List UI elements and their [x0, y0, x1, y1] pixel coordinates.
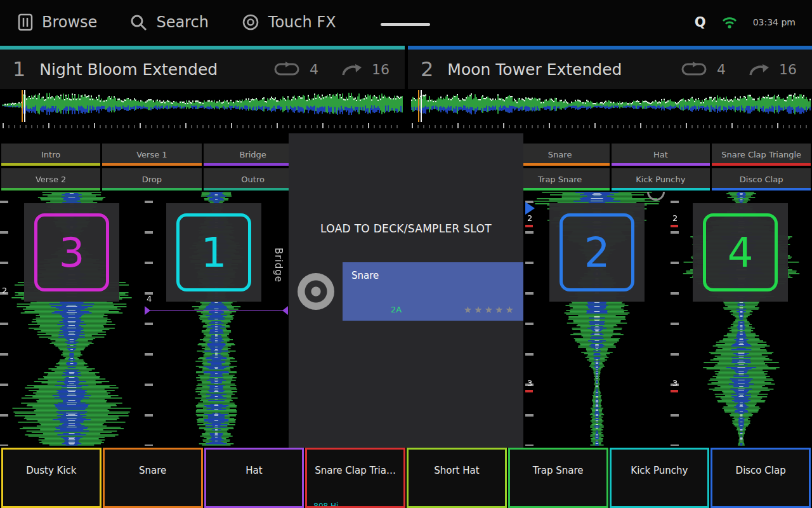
cue-pad-kick-punchy[interactable]: Kick Punchy: [612, 168, 710, 190]
touch-fx-button[interactable]: Touch FX: [242, 13, 336, 31]
search-button[interactable]: Search: [130, 13, 208, 31]
track-name: Snare: [351, 270, 379, 281]
search-label: Search: [156, 13, 208, 31]
cue-color-bar: [612, 188, 710, 190]
cue-tick: [671, 225, 678, 227]
pad-label: Dusty Kick: [3, 465, 100, 476]
cue-color-bar: [511, 163, 610, 166]
cue-label: Snare Clap Triangle: [721, 150, 801, 159]
sampler-pad-snare-clap[interactable]: Snare Clap Tria… 808 Hi…: [305, 448, 405, 508]
pulldown-handle[interactable]: [381, 23, 430, 26]
cue-pad-bridge[interactable]: Bridge: [204, 144, 303, 166]
search-icon: [130, 14, 147, 31]
cue-pad-drop[interactable]: Drop: [102, 168, 201, 190]
deck1-loop-control[interactable]: 4: [273, 62, 318, 77]
sampler-pad-short-hat[interactable]: Short Hat: [407, 448, 507, 508]
cue-color-bar: [1, 188, 100, 190]
load-target-deck4[interactable]: 4: [693, 203, 788, 302]
beat-jump-icon: [747, 61, 770, 77]
load-target-deck1[interactable]: 1: [166, 203, 261, 302]
beat-marker-number: 2: [527, 213, 532, 223]
cue-label: Intro: [41, 150, 60, 159]
play-marker-icon: [525, 202, 535, 215]
load-target-deck2[interactable]: 2: [549, 203, 645, 302]
deck1-playhead: [24, 90, 25, 122]
cue-color-bar: [712, 188, 811, 190]
cue-pad-verse1[interactable]: Verse 1: [102, 144, 201, 166]
quantize-button[interactable]: Q: [695, 15, 706, 30]
deck2-beatjump-control[interactable]: 16: [747, 61, 797, 77]
load-target-deck3[interactable]: 3: [24, 203, 119, 302]
deck1-beatjump-control[interactable]: 16: [340, 61, 390, 77]
cue-color-bar: [511, 188, 610, 190]
cue-pad-intro[interactable]: Intro: [1, 144, 100, 166]
sampler-pad-disco-clap[interactable]: Disco Clap: [710, 448, 811, 508]
sampler-pad-hat[interactable]: Hat: [204, 448, 304, 508]
top-bar: Browse Search Touch FX Q 03:34 pm: [0, 0, 812, 44]
deck2-jump-value: 16: [779, 62, 797, 77]
deck2-cue-marker: [418, 90, 419, 122]
cue-label: Verse 1: [136, 150, 167, 159]
cue-tick: [525, 390, 533, 392]
cue-pad-disco-clap[interactable]: Disco Clap: [712, 168, 811, 190]
deck2-header: 2 Moon Tower Extended 4 16: [408, 50, 812, 89]
browse-button[interactable]: Browse: [18, 13, 97, 31]
status-cluster: Q 03:34 pm: [695, 0, 796, 44]
cue-pad-verse2[interactable]: Verse 2: [1, 168, 100, 190]
track-key: 2A: [391, 305, 402, 314]
touch-fx-label: Touch FX: [268, 13, 336, 31]
cue-pad-hat[interactable]: Hat: [612, 144, 710, 166]
loop-icon: [680, 62, 708, 77]
pad-label: Short Hat: [409, 465, 505, 476]
sampler-pad-kick-punchy[interactable]: Kick Punchy: [610, 448, 710, 508]
beat-jump-icon: [340, 61, 363, 77]
cue-color-bar: [102, 188, 201, 190]
sampler-pad-trap-snare[interactable]: Trap Snare: [508, 448, 608, 508]
beat-marker-number: 3: [527, 378, 532, 388]
cue-pad-outro[interactable]: Outro: [204, 168, 303, 190]
deck1-overview-waveform[interactable]: [0, 89, 405, 133]
deck2-overview-waveform[interactable]: [409, 89, 812, 133]
cue-color-bar: [102, 163, 201, 166]
engine-dj-screen: Browse Search Touch FX Q 03:34 pm: [0, 0, 812, 508]
phrase-name-label: Bridge: [273, 248, 284, 283]
cue-pad-trap-snare[interactable]: Trap Snare: [511, 168, 610, 190]
beat-marker-number: 2: [672, 213, 678, 223]
pad-label: Trap Snare: [510, 465, 606, 476]
cue-pad-snare[interactable]: Snare: [511, 144, 610, 166]
cue-color-bar: [612, 163, 710, 166]
cue-color-bar: [204, 163, 303, 166]
sampler-pad-snare[interactable]: Snare: [103, 448, 203, 508]
beat-marker-number: 4: [147, 294, 152, 304]
cue-pad-snare-clap[interactable]: Snare Clap Triangle: [712, 144, 811, 166]
deck1-track-title: Night Bloom Extended: [39, 60, 273, 79]
sampler-pad-dusty-kick[interactable]: Dusty Kick: [1, 448, 102, 508]
phrase-marker-arrow-left: [145, 306, 150, 315]
wifi-icon[interactable]: [721, 16, 738, 29]
pad-label: Snare: [105, 465, 201, 476]
deck2-loop-control[interactable]: 4: [680, 62, 726, 77]
deck1-jump-value: 16: [372, 62, 390, 77]
selected-track-row[interactable]: Snare 2A ★★★★★: [289, 262, 523, 321]
cue-label: Verse 2: [36, 175, 66, 184]
phrase-marker-line: [145, 310, 288, 311]
deck2-playhead: [421, 90, 422, 122]
deck1-header: 1 Night Bloom Extended 4 16: [0, 50, 405, 89]
deck1-cue-marker: [22, 90, 23, 122]
deck2-overview-canvas: [409, 89, 812, 133]
pad-label: Disco Clap: [712, 465, 809, 476]
track-rating-stars: ★★★★★: [464, 304, 516, 316]
deck-tile-frame: [34, 213, 109, 291]
cue-label: Disco Clap: [740, 175, 783, 184]
deck2-loop-value: 4: [717, 62, 726, 77]
cue-tick: [525, 225, 533, 227]
modal-title: LOAD TO DECK/SAMPLER SLOT: [289, 222, 523, 235]
browse-crate-icon: [18, 13, 33, 31]
pad-label: Snare Clap Tria…: [307, 465, 403, 476]
deck2-number: 2: [421, 57, 433, 81]
pad-label: Hat: [206, 465, 303, 476]
cue-tick: [671, 390, 678, 392]
pad-sub-label: 808 Hi…: [313, 502, 346, 508]
deck-tile-frame: [703, 213, 778, 291]
deck1-loop-value: 4: [310, 62, 318, 77]
